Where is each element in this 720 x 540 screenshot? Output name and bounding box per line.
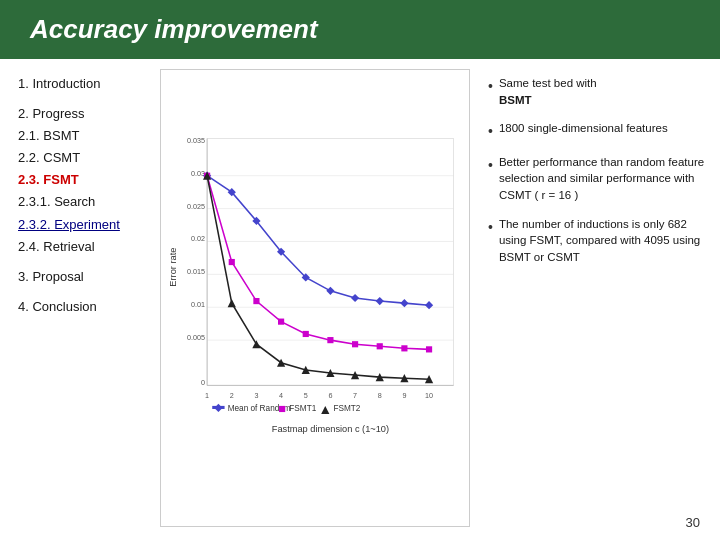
svg-marker-60 [214, 404, 222, 412]
chart-container: Error rate Fastmap dimension c (1~10) 0.… [160, 69, 470, 527]
svg-text:1: 1 [205, 391, 209, 400]
sidebar-item-experiment[interactable]: 2.3.2. Experiment [18, 214, 145, 236]
bullet-text-3: Better performance than random feature s… [499, 154, 706, 204]
svg-rect-62 [279, 406, 285, 412]
main-area: Error rate Fastmap dimension c (1~10) 0.… [155, 59, 720, 537]
svg-text:Fastmap dimension c (1~10): Fastmap dimension c (1~10) [272, 424, 389, 434]
svg-rect-45 [352, 341, 358, 347]
svg-text:4: 4 [279, 391, 283, 400]
bullet-dot-2: • [488, 121, 493, 141]
svg-text:0.005: 0.005 [187, 333, 205, 342]
sidebar-item-intro[interactable]: 1. Introduction [18, 73, 145, 95]
bullet-text-4: The number of inductions is only 682 usi… [499, 216, 706, 266]
svg-text:FSMT2: FSMT2 [333, 404, 360, 413]
bullet-dot-4: • [488, 217, 493, 237]
svg-marker-64 [321, 406, 329, 414]
bullet-dot-3: • [488, 155, 493, 175]
svg-text:6: 6 [328, 391, 332, 400]
svg-rect-40 [229, 259, 235, 265]
svg-text:0.015: 0.015 [187, 267, 205, 276]
bullet-2: • 1800 single-dimensional features [488, 120, 706, 141]
bullet-list: • Same test bed with BSMT • 1800 single-… [480, 69, 710, 527]
svg-rect-42 [278, 319, 284, 325]
bullet-4: • The number of inductions is only 682 u… [488, 216, 706, 266]
sidebar-item-fsmt[interactable]: 2.3. FSMT [18, 169, 145, 191]
svg-text:0.01: 0.01 [191, 300, 205, 309]
bullet-1: • Same test bed with BSMT [488, 75, 706, 108]
sidebar-item-bsmt[interactable]: 2.1. BSMT [18, 125, 145, 147]
bullet-3: • Better performance than random feature… [488, 154, 706, 204]
svg-text:2: 2 [230, 391, 234, 400]
svg-text:0.02: 0.02 [191, 234, 205, 243]
sidebar-item-csmt[interactable]: 2.2. CSMT [18, 147, 145, 169]
page-number: 30 [686, 515, 700, 530]
sidebar-item-retrieval[interactable]: 2.4. Retrieval [18, 236, 145, 258]
sidebar-item-proposal[interactable]: 3. Proposal [18, 266, 145, 288]
svg-text:0: 0 [201, 378, 205, 387]
content-area: 1. Introduction 2. Progress 2.1. BSMT 2.… [0, 59, 720, 537]
slide-header: Accuracy improvement [0, 0, 720, 59]
sidebar-item-search[interactable]: 2.3.1. Search [18, 191, 145, 213]
svg-text:3: 3 [254, 391, 258, 400]
accuracy-chart: Error rate Fastmap dimension c (1~10) 0.… [166, 75, 464, 521]
svg-text:8: 8 [378, 391, 382, 400]
bullet-text-2: 1800 single-dimensional features [499, 120, 668, 137]
bullet-text-1: Same test bed with BSMT [499, 75, 597, 108]
bullet-dot-1: • [488, 76, 493, 96]
svg-text:0.025: 0.025 [187, 202, 205, 211]
svg-text:Error rate: Error rate [168, 248, 178, 287]
svg-text:FSMT1: FSMT1 [289, 404, 316, 413]
svg-text:10: 10 [425, 391, 433, 400]
svg-text:7: 7 [353, 391, 357, 400]
sidebar-item-conclusion[interactable]: 4. Conclusion [18, 296, 145, 318]
sidebar: 1. Introduction 2. Progress 2.1. BSMT 2.… [0, 59, 155, 537]
svg-text:5: 5 [304, 391, 308, 400]
svg-rect-46 [377, 343, 383, 349]
svg-rect-43 [303, 331, 309, 337]
svg-rect-47 [401, 345, 407, 351]
svg-text:0.03: 0.03 [191, 169, 205, 178]
svg-rect-41 [253, 298, 259, 304]
sidebar-item-progress[interactable]: 2. Progress [18, 103, 145, 125]
svg-rect-44 [327, 337, 333, 343]
slide: Accuracy improvement 1. Introduction 2. … [0, 0, 720, 540]
svg-rect-48 [426, 346, 432, 352]
svg-text:9: 9 [402, 391, 406, 400]
slide-title: Accuracy improvement [30, 14, 318, 44]
svg-text:0.035: 0.035 [187, 136, 205, 145]
